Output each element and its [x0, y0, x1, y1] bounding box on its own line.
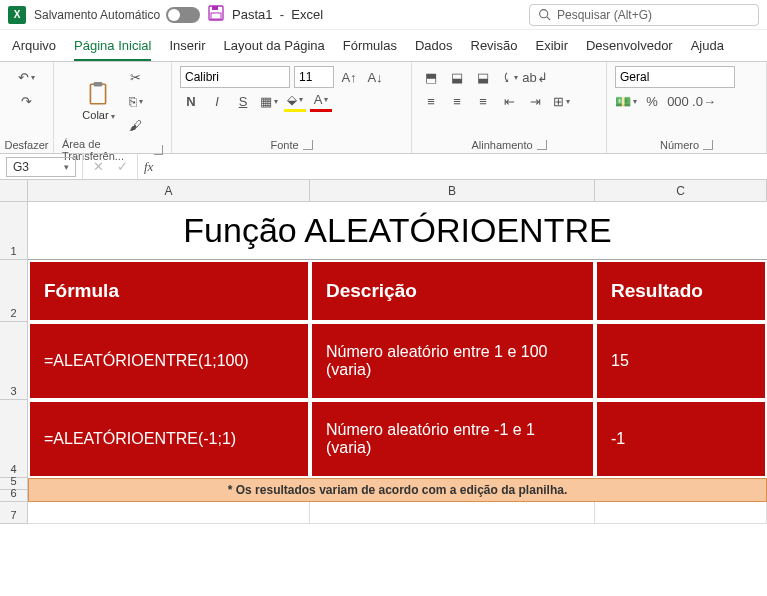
clipboard-launcher-icon[interactable]: [154, 145, 163, 155]
bold-button[interactable]: N: [180, 90, 202, 112]
select-all-corner[interactable]: [0, 180, 28, 202]
empty-cell[interactable]: [595, 502, 767, 524]
currency-button[interactable]: 💵: [615, 90, 637, 112]
enter-formula-button[interactable]: ✓: [111, 156, 133, 178]
copy-button[interactable]: ⎘: [125, 90, 147, 112]
empty-row: [28, 502, 767, 524]
decrease-indent-button[interactable]: ⇤: [498, 90, 520, 112]
group-alinhamento: ⬒ ⬓ ⬓ ⤹ ab↲ ≡ ≡ ≡ ⇤ ⇥ ⊞ Alinhamento: [412, 62, 607, 153]
tab-exibir[interactable]: Exibir: [535, 36, 568, 61]
decrease-font-button[interactable]: A↓: [364, 66, 386, 88]
row-header-1[interactable]: 1: [0, 202, 28, 260]
formula-bar: G3▾ ✕ ✓ fx: [0, 154, 767, 180]
tab-dados[interactable]: Dados: [415, 36, 453, 61]
note-row[interactable]: * Os resultados variam de acordo com a e…: [28, 478, 767, 502]
empty-cell[interactable]: [28, 502, 310, 524]
tab-pagina-inicial[interactable]: Página Inicial: [74, 36, 151, 61]
group-numero: 💵 % 000 .0→ Número: [607, 62, 767, 153]
cancel-formula-button[interactable]: ✕: [87, 156, 109, 178]
group-fonte: A↑ A↓ N I S ▦ ⬙ A Fonte: [172, 62, 412, 153]
fx-icon[interactable]: fx: [138, 159, 159, 175]
row-header-4[interactable]: 4: [0, 400, 28, 478]
header-formula[interactable]: Fórmula: [28, 260, 310, 322]
borders-button[interactable]: ▦: [258, 90, 280, 112]
merge-button[interactable]: ⊞: [550, 90, 572, 112]
group-label-fonte: Fonte: [270, 137, 312, 151]
group-label-numero: Número: [660, 137, 713, 151]
font-color-button[interactable]: A: [310, 90, 332, 112]
align-middle-button[interactable]: ⬓: [446, 66, 468, 88]
header-resultado[interactable]: Resultado: [595, 260, 767, 322]
alinhamento-launcher-icon[interactable]: [537, 140, 547, 150]
col-header-c[interactable]: C: [595, 180, 767, 202]
empty-cell[interactable]: [310, 502, 595, 524]
table-header-row: Fórmula Descrição Resultado: [28, 260, 767, 322]
column-headers: A B C: [0, 180, 767, 202]
underline-button[interactable]: S: [232, 90, 254, 112]
cell-desc-2[interactable]: Número aleatório entre -1 e 1 (varia): [310, 400, 595, 478]
cell-result-2[interactable]: -1: [595, 400, 767, 478]
format-painter-button[interactable]: 🖌: [125, 114, 147, 136]
increase-indent-button[interactable]: ⇥: [524, 90, 546, 112]
font-size-select[interactable]: [294, 66, 334, 88]
tab-layout[interactable]: Layout da Página: [224, 36, 325, 61]
col-header-b[interactable]: B: [310, 180, 595, 202]
cells-area[interactable]: Função ALEATÓRIOENTRE Fórmula Descrição …: [28, 202, 767, 524]
tab-inserir[interactable]: Inserir: [169, 36, 205, 61]
font-name-select[interactable]: [180, 66, 290, 88]
excel-logo-icon: X: [8, 6, 26, 24]
svg-rect-1: [212, 6, 218, 10]
tab-ajuda[interactable]: Ajuda: [691, 36, 724, 61]
orientation-button[interactable]: ⤹: [498, 66, 520, 88]
group-label-alinhamento: Alinhamento: [471, 137, 546, 151]
row-header-2[interactable]: 2: [0, 260, 28, 322]
ribbon: ↶ ↷ Desfazer Colar ✂ ⎘ 🖌 Área de Transfe…: [0, 62, 767, 154]
tab-revisao[interactable]: Revisão: [471, 36, 518, 61]
formula-input[interactable]: [159, 160, 767, 174]
paste-button[interactable]: Colar: [78, 77, 118, 125]
increase-font-button[interactable]: A↑: [338, 66, 360, 88]
increase-decimal-button[interactable]: .0→: [693, 90, 715, 112]
align-right-button[interactable]: ≡: [472, 90, 494, 112]
svg-rect-5: [91, 84, 106, 104]
cell-formula-2[interactable]: =ALEATÓRIOENTRE(-1;1): [28, 400, 310, 478]
group-label-desfazer: Desfazer: [4, 137, 48, 151]
row-header-6[interactable]: 6: [0, 490, 28, 502]
fonte-launcher-icon[interactable]: [303, 140, 313, 150]
redo-button[interactable]: ↷: [16, 90, 38, 112]
numero-launcher-icon[interactable]: [703, 140, 713, 150]
row-header-3[interactable]: 3: [0, 322, 28, 400]
align-bottom-button[interactable]: ⬓: [472, 66, 494, 88]
comma-button[interactable]: 000: [667, 90, 689, 112]
percent-button[interactable]: %: [641, 90, 663, 112]
fill-color-button[interactable]: ⬙: [284, 90, 306, 112]
align-center-button[interactable]: ≡: [446, 90, 468, 112]
cell-result-1[interactable]: 15: [595, 322, 767, 400]
svg-line-4: [547, 17, 550, 20]
align-left-button[interactable]: ≡: [420, 90, 442, 112]
cell-formula-1[interactable]: =ALEATÓRIOENTRE(1;100): [28, 322, 310, 400]
tab-formulas[interactable]: Fórmulas: [343, 36, 397, 61]
row-header-7[interactable]: 7: [0, 502, 28, 524]
italic-button[interactable]: I: [206, 90, 228, 112]
search-input[interactable]: Pesquisar (Alt+G): [529, 4, 759, 26]
autosave-toggle[interactable]: [166, 7, 200, 23]
name-box[interactable]: G3▾: [6, 157, 76, 177]
number-format-select[interactable]: [615, 66, 735, 88]
save-icon[interactable]: [208, 5, 224, 24]
formula-bar-buttons: ✕ ✓: [82, 154, 138, 179]
search-icon: [538, 8, 551, 21]
autosave-control[interactable]: Salvamento Automático: [34, 7, 200, 23]
tab-desenvolvedor[interactable]: Desenvolvedor: [586, 36, 673, 61]
align-top-button[interactable]: ⬒: [420, 66, 442, 88]
cell-title[interactable]: Função ALEATÓRIOENTRE: [28, 202, 767, 260]
tab-arquivo[interactable]: Arquivo: [12, 36, 56, 61]
cell-desc-1[interactable]: Número aleatório entre 1 e 100 (varia): [310, 322, 595, 400]
wrap-text-button[interactable]: ab↲: [524, 66, 546, 88]
cut-button[interactable]: ✂: [125, 66, 147, 88]
title-bar: X Salvamento Automático Pasta1 - Excel P…: [0, 0, 767, 30]
group-desfazer: ↶ ↷ Desfazer: [0, 62, 54, 153]
header-descricao[interactable]: Descrição: [310, 260, 595, 322]
undo-button[interactable]: ↶: [16, 66, 38, 88]
col-header-a[interactable]: A: [28, 180, 310, 202]
